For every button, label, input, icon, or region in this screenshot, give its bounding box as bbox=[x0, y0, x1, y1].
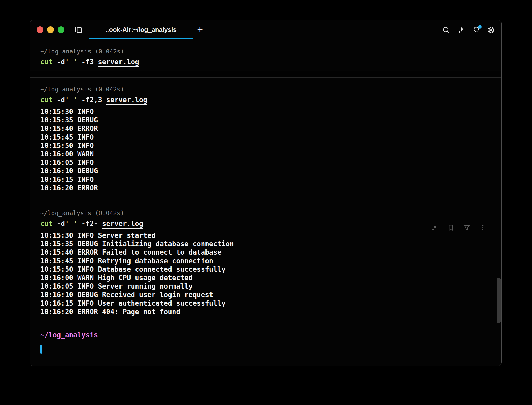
search-icon[interactable] bbox=[442, 26, 450, 34]
command-line: cut -d' ' -f2,3 server.log bbox=[40, 95, 501, 105]
text-cursor bbox=[40, 345, 42, 354]
output-line: 10:15:45 INFO bbox=[40, 133, 501, 141]
minimize-button[interactable] bbox=[47, 26, 54, 33]
more-icon[interactable] bbox=[479, 209, 486, 217]
block-context-header: ~/log_analysis (0.042s) bbox=[40, 86, 124, 93]
command-line: cut -d' ' -f3 server.log bbox=[40, 57, 501, 67]
command-output: 10:15:30 INFO10:15:35 DEBUG10:15:40 ERRO… bbox=[40, 107, 501, 192]
command-block-3[interactable]: ~/log_analysis (0.042s) cut -d' ' -f2- s… bbox=[30, 201, 501, 325]
bookmark-icon[interactable] bbox=[447, 209, 454, 217]
output-line: 10:16:15 INFO bbox=[40, 175, 501, 184]
output-line: 10:15:40 ERROR bbox=[40, 124, 501, 133]
close-button[interactable] bbox=[37, 26, 43, 33]
filter-icon[interactable] bbox=[463, 209, 470, 217]
output-line: 10:15:40 ERROR Failed to connect to data… bbox=[40, 248, 501, 256]
output-line: 10:15:35 DEBUG Initializing database con… bbox=[40, 240, 501, 248]
output-line: 10:16:05 INFO Server running normally bbox=[40, 282, 501, 290]
output-line: 10:16:05 INFO bbox=[40, 158, 501, 167]
tab-log-analysis[interactable]: ..ook-Air:~/log_analysis bbox=[89, 20, 193, 39]
tab-bar: ..ook-Air:~/log_analysis + bbox=[30, 20, 501, 40]
notification-dot bbox=[478, 25, 482, 29]
ai-sparkles-icon[interactable] bbox=[457, 26, 465, 34]
prompt-area[interactable]: ~/log_analysis bbox=[30, 325, 501, 354]
output-line: 10:15:35 DEBUG bbox=[40, 116, 501, 124]
output-line: 10:15:30 INFO bbox=[40, 107, 501, 116]
output-line: 10:16:00 WARN High CPU usage detected bbox=[40, 274, 501, 282]
tab-title: ..ook-Air:~/log_analysis bbox=[106, 26, 177, 33]
titlebar-actions bbox=[442, 20, 495, 40]
settings-icon[interactable] bbox=[487, 26, 495, 34]
zoom-button[interactable] bbox=[58, 26, 64, 33]
empty-output-band bbox=[30, 71, 501, 77]
output-line: 10:15:50 INFO Database connected success… bbox=[40, 265, 501, 274]
output-line: 10:16:20 ERROR bbox=[40, 184, 501, 192]
output-line: 10:16:10 DEBUG Received user login reque… bbox=[40, 290, 501, 299]
block-separator bbox=[30, 325, 501, 325]
terminal-window: ..ook-Air:~/log_analysis + ~/log_analysi… bbox=[30, 20, 502, 366]
tab-list-icon[interactable] bbox=[74, 25, 83, 34]
command-block-2[interactable]: ~/log_analysis (0.042s)cut -d' ' -f2,3 s… bbox=[30, 78, 501, 201]
scrollbar-thumb[interactable] bbox=[497, 278, 501, 323]
output-line: 10:15:50 INFO bbox=[40, 141, 501, 150]
output-line: 10:16:00 WARN bbox=[40, 150, 501, 158]
output-line: 10:16:10 DEBUG bbox=[40, 167, 501, 175]
terminal-content: ~/log_analysis (0.042s)cut -d' ' -f3 ser… bbox=[30, 40, 501, 325]
ai-sparkles-icon[interactable] bbox=[431, 209, 438, 217]
block-toolbar bbox=[431, 209, 486, 217]
desktop: { "titlebar": { "tab_title": "..ook-Air:… bbox=[0, 0, 532, 405]
output-line: 10:15:45 INFO Retrying database connecti… bbox=[40, 257, 501, 265]
new-tab-button[interactable]: + bbox=[193, 20, 207, 39]
active-tab-indicator bbox=[89, 38, 193, 39]
block-context-header: ~/log_analysis (0.042s) bbox=[40, 48, 124, 55]
output-line: 10:16:20 ERROR 404: Page not found bbox=[40, 308, 501, 316]
lightbulb-icon[interactable] bbox=[472, 26, 480, 34]
command-output: 10:15:30 INFO Server started10:15:35 DEB… bbox=[40, 231, 501, 316]
block-context-header: ~/log_analysis (0.042s) bbox=[40, 210, 124, 216]
output-line: 10:16:15 INFO User authenticated success… bbox=[40, 299, 501, 308]
command-block-1[interactable]: ~/log_analysis (0.042s)cut -d' ' -f3 ser… bbox=[30, 40, 501, 71]
prompt-path: ~/log_analysis bbox=[40, 331, 501, 339]
